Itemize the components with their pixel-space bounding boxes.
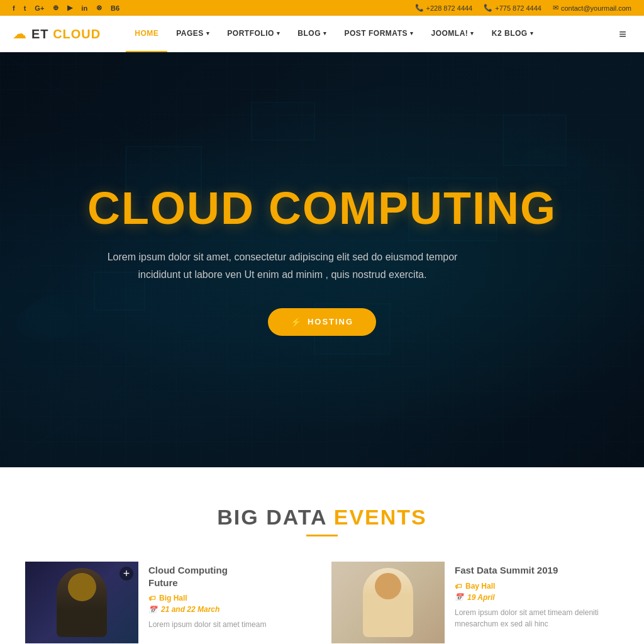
events-section: BIG DATA EVENTS + Cloud ComputingFuture … bbox=[0, 467, 644, 644]
event-title-1[interactable]: Cloud ComputingFuture bbox=[148, 564, 313, 589]
bolt-icon: ⚡ bbox=[291, 317, 303, 327]
section-title-dark: BIG DATA bbox=[217, 505, 333, 529]
nav-links: HOME PAGES ▾ PORTFOLIO ▾ BLOG ▾ POST FOR… bbox=[126, 16, 614, 52]
email: ✉ contact@yourmail.com bbox=[553, 4, 631, 12]
person-head-1 bbox=[68, 573, 96, 601]
person-figure-1 bbox=[57, 568, 107, 637]
social-twitter[interactable]: t bbox=[24, 4, 26, 12]
contact-info: 📞 +228 872 4444 📞 +775 872 4444 ✉ contac… bbox=[415, 4, 631, 12]
calendar-icon-2: 📅 bbox=[455, 593, 464, 601]
social-youtube[interactable]: ▶ bbox=[67, 4, 72, 12]
nav-item-portfolio[interactable]: PORTFOLIO ▾ bbox=[218, 16, 289, 52]
social-facebook[interactable]: f bbox=[13, 4, 15, 12]
section-divider bbox=[25, 535, 619, 536]
top-bar: f t G+ ⊕ ▶ in ⊗ B6 📞 +228 872 4444 📞 +77… bbox=[0, 0, 644, 16]
event-image-2[interactable] bbox=[331, 562, 445, 643]
nav-item-joomla[interactable]: JOOMLA! ▾ bbox=[422, 16, 482, 52]
calendar-icon: 📅 bbox=[148, 606, 157, 614]
hero-title: CLOUD COMPUTING bbox=[87, 184, 557, 233]
event-desc-1: Lorem ipsum dolor sit amet timeam bbox=[148, 619, 313, 630]
divider-line bbox=[306, 535, 338, 536]
section-title-accent: EVENTS bbox=[334, 505, 427, 529]
nav-item-post-formats[interactable]: POST FORMATS ▾ bbox=[336, 16, 423, 52]
event-date-2: 📅 19 April bbox=[455, 593, 619, 602]
hosting-button[interactable]: ⚡ HOSTING bbox=[268, 308, 376, 336]
venue-icon: 🏷 bbox=[148, 594, 155, 602]
events-grid: + Cloud ComputingFuture 🏷 Big Hall 📅 21 … bbox=[25, 562, 619, 643]
logo-text: ET CLOUD bbox=[31, 27, 101, 42]
chevron-down-icon: ▾ bbox=[206, 30, 210, 36]
hero-content: CLOUD COMPUTING Lorem ipsum dolor sit am… bbox=[50, 184, 594, 336]
hamburger-menu[interactable]: ≡ bbox=[614, 25, 631, 44]
chevron-down-icon: ▾ bbox=[530, 30, 534, 36]
phone2-icon: 📞 bbox=[484, 4, 492, 12]
navbar: ☁ ET CLOUD HOME PAGES ▾ PORTFOLIO ▾ BLOG… bbox=[0, 16, 644, 52]
hero-section: CLOUD COMPUTING Lorem ipsum dolor sit am… bbox=[0, 52, 644, 467]
event-title-2[interactable]: Fast Data Summit 2019 bbox=[455, 564, 619, 577]
event-desc-2: Lorem ipsum dolor sit amet timeam deleni… bbox=[455, 607, 619, 630]
chevron-down-icon: ▾ bbox=[277, 30, 280, 36]
event-image-1[interactable]: + bbox=[25, 562, 138, 643]
chevron-down-icon: ▾ bbox=[323, 30, 327, 36]
event-card-1: + Cloud ComputingFuture 🏷 Big Hall 📅 21 … bbox=[25, 562, 313, 643]
logo-cloud-icon: ☁ bbox=[13, 26, 26, 42]
nav-item-blog[interactable]: BLOG ▾ bbox=[289, 16, 335, 52]
nav-item-pages[interactable]: PAGES ▾ bbox=[167, 16, 218, 52]
chevron-down-icon: ▾ bbox=[410, 30, 414, 36]
section-title: BIG DATA EVENTS bbox=[25, 505, 619, 530]
social-google[interactable]: G+ bbox=[35, 4, 44, 12]
person-figure-2 bbox=[363, 568, 413, 637]
logo[interactable]: ☁ ET CLOUD bbox=[13, 26, 101, 42]
phone1: 📞 +228 872 4444 bbox=[415, 4, 473, 12]
hero-subtitle: Lorem ipsum dolor sit amet, consectetur … bbox=[87, 248, 477, 282]
email-icon: ✉ bbox=[553, 4, 558, 12]
event-card-2: Fast Data Summit 2019 🏷 Bay Hall 📅 19 Ap… bbox=[331, 562, 619, 643]
phone2: 📞 +775 872 4444 bbox=[484, 4, 541, 12]
event-venue-1: 🏷 Big Hall bbox=[148, 594, 313, 602]
social-b6[interactable]: B6 bbox=[111, 4, 119, 12]
venue-icon-2: 🏷 bbox=[455, 582, 462, 590]
expand-icon[interactable]: + bbox=[119, 567, 133, 580]
event-info-1: Cloud ComputingFuture 🏷 Big Hall 📅 21 an… bbox=[148, 562, 313, 630]
social-linkedin[interactable]: in bbox=[81, 4, 87, 12]
person-head-2 bbox=[375, 573, 401, 599]
event-venue-2: 🏷 Bay Hall bbox=[455, 582, 619, 591]
social-circle1[interactable]: ⊕ bbox=[53, 4, 58, 12]
chevron-down-icon: ▾ bbox=[470, 30, 474, 36]
nav-item-home[interactable]: HOME bbox=[126, 16, 167, 52]
phone-icon: 📞 bbox=[415, 4, 424, 12]
social-links[interactable]: f t G+ ⊕ ▶ in ⊗ B6 bbox=[13, 4, 119, 12]
social-circle2[interactable]: ⊗ bbox=[96, 4, 102, 12]
nav-item-k2blog[interactable]: K2 BLOG ▾ bbox=[483, 16, 542, 52]
event-info-2: Fast Data Summit 2019 🏷 Bay Hall 📅 19 Ap… bbox=[455, 562, 619, 630]
event-date-1: 📅 21 and 22 March bbox=[148, 605, 313, 614]
